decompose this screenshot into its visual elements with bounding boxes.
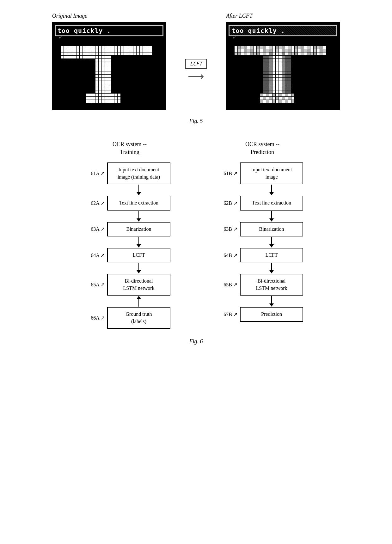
- orig-pixel-art: [54, 40, 162, 106]
- box-63b: Binarization: [240, 222, 303, 236]
- fig6-section: OCR system -- Training 61A ↗ Input text …: [0, 131, 392, 358]
- lcft-transform-label: LCFT: [185, 59, 207, 69]
- down-arrow-3b: [269, 237, 274, 248]
- arrow-65b-67b: [251, 296, 274, 307]
- down-arrow-2b: [269, 211, 274, 222]
- arrow-63a-64a: [118, 236, 141, 248]
- label-63a: 63A ↗: [89, 226, 105, 232]
- fig5-section: Original Image too quickly . ↙ LCFT ⟶ Af…: [0, 0, 392, 131]
- label-61a: 61A ↗: [89, 170, 105, 176]
- box-61b: Input text documentimage: [240, 162, 303, 184]
- fig5-left-label: Original Image: [52, 13, 88, 19]
- box-62b: Text line extraction: [240, 196, 303, 210]
- flow-diagram-training: OCR system -- Training 61A ↗ Input text …: [76, 140, 183, 329]
- flow-row-67b: 67B ↗ Prediction: [209, 307, 316, 321]
- fig5-caption: Fig. 5: [189, 118, 203, 125]
- fig5-left-col: Original Image too quickly . ↙: [52, 13, 166, 110]
- label-66a: 66A ↗: [89, 315, 105, 321]
- flow-row-62b: 62B ↗ Text line extraction: [209, 196, 316, 210]
- box-63a: Binarization: [107, 222, 170, 236]
- flow-title-prediction-text: OCR system -- Prediction: [245, 141, 279, 155]
- box-66a: Ground truth(labels): [107, 307, 170, 329]
- label-62b: 62B ↗: [222, 200, 237, 206]
- down-arrow-4a: [137, 263, 141, 273]
- lcft-text-banner: too quickly .: [229, 25, 337, 36]
- flow-title-training: OCR system -- Training: [113, 140, 147, 156]
- up-arrow-a: [137, 296, 141, 307]
- arrow-64b-65b: [251, 262, 274, 274]
- arrow-62b-63b: [251, 211, 274, 222]
- box-65b: Bi-directionalLSTM network: [240, 274, 303, 296]
- fig6-caption: Fig. 6: [189, 338, 203, 345]
- orig-text-banner: too quickly .: [55, 25, 163, 36]
- flow-row-66a: 66A ↗ Ground truth(labels): [76, 307, 183, 329]
- flow-row-65a: 65A ↗ Bi-directionalLSTM network: [76, 274, 183, 296]
- flow-title-training-text: OCR system -- Training: [113, 141, 147, 155]
- fig5-right-label: After LCFT: [226, 13, 253, 19]
- lcft-pixel-art: [228, 40, 336, 106]
- flow-row-63b: 63B ↗ Binarization: [209, 222, 316, 236]
- arrow-61a-62a: [118, 184, 141, 196]
- box-61a: Input text documentimage (training data): [107, 162, 170, 184]
- down-arrow-4b: [269, 263, 274, 273]
- flow-row-65b: 65B ↗ Bi-directionalLSTM network: [209, 274, 316, 296]
- down-arrow-1b: [269, 185, 274, 195]
- flow-row-61a: 61A ↗ Input text documentimage (training…: [76, 162, 183, 184]
- flow-row-63a: 63A ↗ Binarization: [76, 222, 183, 236]
- fig6-diagrams-row: OCR system -- Training 61A ↗ Input text …: [19, 140, 373, 329]
- down-arrow-2a: [137, 211, 141, 222]
- label-63b: 63B ↗: [222, 226, 237, 232]
- box-67b: Prediction: [240, 307, 303, 321]
- fig5-images-row: Original Image too quickly . ↙ LCFT ⟶ Af…: [19, 13, 373, 110]
- label-67b: 67B ↗: [222, 311, 237, 317]
- down-arrow-3a: [137, 237, 141, 248]
- fig5-lcft-image: too quickly . ↙: [226, 22, 340, 110]
- flow-title-prediction: OCR system -- Prediction: [245, 140, 279, 156]
- label-61b: 61B ↗: [222, 170, 237, 176]
- label-64b: 64B ↗: [222, 252, 237, 258]
- label-65b: 65B ↗: [222, 282, 237, 288]
- fig5-transform-arrow: ⟶: [188, 70, 204, 83]
- fig5-right-col: After LCFT too quickly . ↙: [226, 13, 340, 110]
- fig5-original-image: too quickly . ↙: [52, 22, 166, 110]
- flow-row-64a: 64A ↗ LCFT: [76, 248, 183, 262]
- arrow-66a-65a: [118, 296, 141, 307]
- flow-row-62a: 62A ↗ Text line extraction: [76, 196, 183, 210]
- label-62a: 62A ↗: [89, 200, 105, 206]
- box-64a: LCFT: [107, 248, 170, 262]
- label-64a: 64A ↗: [89, 252, 105, 258]
- arrow-63b-64b: [251, 236, 274, 248]
- label-65a: 65A ↗: [89, 282, 105, 288]
- box-65a: Bi-directionalLSTM network: [107, 274, 170, 296]
- down-arrow-1a: [137, 185, 141, 195]
- arrow-64a-65a: [118, 262, 141, 274]
- flow-row-61b: 61B ↗ Input text documentimage: [209, 162, 316, 184]
- fig5-arrow-area: LCFT ⟶: [185, 59, 207, 83]
- flow-diagram-prediction: OCR system -- Prediction 61B ↗ Input tex…: [209, 140, 316, 329]
- box-64b: LCFT: [240, 248, 303, 262]
- arrow-62a-63a: [118, 211, 141, 222]
- flow-row-64b: 64B ↗ LCFT: [209, 248, 316, 262]
- arrow-61b-62b: [251, 184, 274, 196]
- down-arrow-5b: [269, 296, 274, 307]
- box-62a: Text line extraction: [107, 196, 170, 210]
